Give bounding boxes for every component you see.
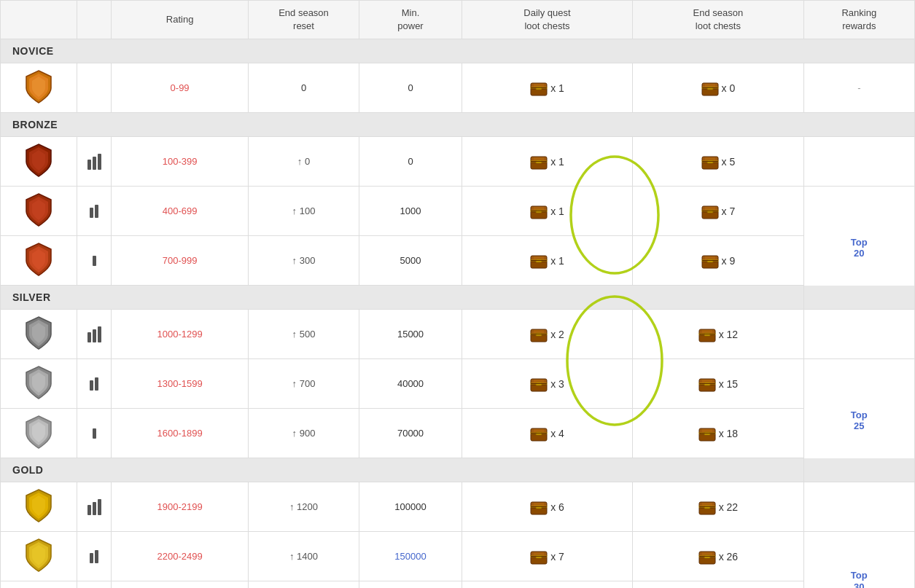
col-bars	[77, 1, 112, 39]
rating-range: 2200-2499	[112, 532, 249, 581]
shield-bronze2	[1, 187, 77, 236]
rating-range: 1900-2199	[112, 482, 249, 532]
shield-novice	[1, 63, 77, 113]
table-row: 1900-2199↑ 1200100000 x 6 x 22	[1, 482, 915, 532]
min-power: 70000	[359, 409, 462, 458]
section-header-gold: GOLD	[1, 458, 915, 482]
shield-bronze1	[1, 236, 77, 286]
shield-gold2	[1, 532, 77, 581]
league-table: Rating End seasonreset Min.power Daily q…	[0, 0, 915, 588]
rating-range: 400-699	[112, 187, 249, 236]
rating-range: 1300-1599	[112, 359, 249, 409]
reset-value: ↑ 900	[248, 409, 359, 458]
shield-silver2	[1, 359, 77, 409]
col-daily: Daily questloot chests	[462, 1, 632, 39]
section-label: BRONZE	[1, 113, 915, 137]
tier-bars	[77, 482, 112, 532]
table-row: 2200-2499↑ 1400150000 x 7 x 26Top30	[1, 532, 915, 581]
shield-gold1	[1, 581, 77, 588]
rating-range: 1600-1899	[112, 409, 249, 458]
section-header-bronze: BRONZE	[1, 113, 915, 137]
tier-bars	[77, 63, 112, 113]
daily-chests: x 1	[462, 187, 632, 236]
end-season-chests: x 15	[633, 359, 803, 409]
shield-silver3	[1, 310, 77, 359]
tier-bars	[77, 532, 112, 581]
min-power: 200000	[359, 581, 462, 588]
reset-value: ↑ 700	[248, 359, 359, 409]
end-season-chests: x 26	[633, 532, 803, 581]
reset-value: ↑ 1200	[248, 482, 359, 532]
min-power: 1000	[359, 187, 462, 236]
table-row: 1300-1599↑ 70040000 x 3 x 15Top25	[1, 359, 915, 409]
rating-range: 0-99	[112, 63, 249, 113]
table-row: 0-9900 x 1 x 0-	[1, 63, 915, 113]
tier-bars	[77, 137, 112, 187]
reset-value: ↑ 300	[248, 236, 359, 286]
ranking-reward: Top30	[803, 532, 914, 588]
section-label: SILVER	[1, 286, 915, 310]
end-season-chests: x 7	[633, 187, 803, 236]
col-reset: End seasonreset	[248, 1, 359, 39]
col-icon	[1, 1, 77, 39]
reset-value: ↑ 0	[248, 137, 359, 187]
end-season-chests: x 0	[633, 63, 803, 113]
end-season-chests: x 12	[633, 310, 803, 359]
rating-range: 700-999	[112, 236, 249, 286]
min-power: 0	[359, 63, 462, 113]
ranking-reward: -	[803, 63, 914, 113]
col-endseason: End seasonloot chests	[633, 1, 803, 39]
daily-chests: x 6	[462, 482, 632, 532]
reset-value: ↑ 1400	[248, 532, 359, 581]
section-label: NOVICE	[1, 39, 915, 63]
daily-chests: x 1	[462, 236, 632, 286]
tier-bars	[77, 310, 112, 359]
col-rating: Rating	[112, 1, 249, 39]
daily-chests: x 1	[462, 137, 632, 187]
min-power: 40000	[359, 359, 462, 409]
daily-chests: x 2	[462, 310, 632, 359]
tier-bars	[77, 581, 112, 588]
end-season-chests: x 5	[633, 137, 803, 187]
end-season-chests: x 18	[633, 409, 803, 458]
table-row: 1600-1899↑ 90070000 x 4 x 18	[1, 409, 915, 458]
reset-value: ↑ 1600	[248, 581, 359, 588]
daily-chests: x 3	[462, 359, 632, 409]
reset-value: ↑ 100	[248, 187, 359, 236]
min-power: 5000	[359, 236, 462, 286]
section-header-silver: SILVER	[1, 286, 915, 310]
tier-bars	[77, 187, 112, 236]
section-label: GOLD	[1, 458, 915, 482]
shield-bronze3	[1, 137, 77, 187]
table-row: 400-699↑ 1001000 x 1 x 7Top20	[1, 187, 915, 236]
tier-bars	[77, 359, 112, 409]
rating-range: 100-399	[112, 137, 249, 187]
col-minpower: Min.power	[359, 1, 462, 39]
min-power: 0	[359, 137, 462, 187]
daily-chests: x 1	[462, 63, 632, 113]
shield-gold3	[1, 482, 77, 532]
col-ranking: Rankingrewards	[803, 1, 914, 39]
rating-range: 1000-1299	[112, 310, 249, 359]
rating-range: 2500-2799	[112, 581, 249, 588]
tier-bars	[77, 236, 112, 286]
section-header-novice: NOVICE	[1, 39, 915, 63]
min-power: 15000	[359, 310, 462, 359]
table-row: 2500-2799↑ 1600200000 x 8 x 30	[1, 581, 915, 588]
reset-value: ↑ 500	[248, 310, 359, 359]
tier-bars	[77, 409, 112, 458]
shield-silver1	[1, 409, 77, 458]
table-row: 1000-1299↑ 50015000 x 2 x 12	[1, 310, 915, 359]
reset-value: 0	[248, 63, 359, 113]
daily-chests: x 8	[462, 581, 632, 588]
end-season-chests: x 22	[633, 482, 803, 532]
min-power: 100000	[359, 482, 462, 532]
table-row: 700-999↑ 3005000 x 1 x 9	[1, 236, 915, 286]
daily-chests: x 4	[462, 409, 632, 458]
table-row: 100-399↑ 00 x 1 x 5	[1, 137, 915, 187]
end-season-chests: x 9	[633, 236, 803, 286]
daily-chests: x 7	[462, 532, 632, 581]
end-season-chests: x 30	[633, 581, 803, 588]
min-power: 150000	[359, 532, 462, 581]
